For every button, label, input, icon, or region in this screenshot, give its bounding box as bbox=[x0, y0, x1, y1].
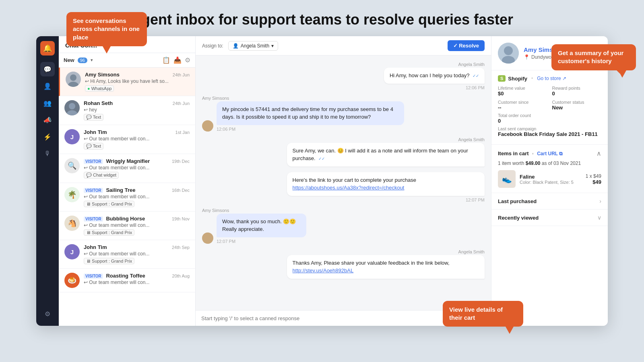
last-purchased-row[interactable]: Last purchased › bbox=[491, 193, 608, 210]
sidebar-item-contacts[interactable]: 👤 bbox=[40, 79, 55, 93]
conv-name: VISITOR Wriggly Magnifier bbox=[84, 158, 150, 164]
conv-content: VISITOR Roasting Toffee 20th Aug ↩ Our t… bbox=[84, 273, 190, 285]
conv-item-bubbling-horse[interactable]: 🐴 VISITOR Bubbling Horse 19th Nov ↩ Our … bbox=[59, 212, 195, 240]
filter-icon-2[interactable]: 📥 bbox=[173, 56, 182, 64]
msg-time: 12:06 PM bbox=[466, 85, 485, 90]
cart-item-price: 1 x $49 $49 bbox=[586, 173, 601, 185]
assign-label: Assign to: bbox=[202, 43, 223, 49]
sidebar-item-settings[interactable]: ⚙ bbox=[40, 306, 55, 321]
conv-item-rohan-seth[interactable]: Rohan Seth 24th Jun ↩ hey 💬 Text bbox=[59, 96, 195, 125]
chat-panel: Assign to: 👤 Angela Smith ▾ ✓ Resolve An… bbox=[196, 36, 491, 326]
filter-icon-3[interactable]: ⚙ bbox=[185, 56, 190, 64]
cart-url-link[interactable]: Cart URL ⧉ bbox=[537, 151, 563, 156]
location-pin-icon: 📍 bbox=[524, 54, 530, 60]
conv-snippet: ↩ hey bbox=[84, 107, 190, 113]
sidebar-item-campaigns[interactable]: 📣 bbox=[40, 113, 55, 127]
svg-point-2 bbox=[69, 103, 75, 109]
app-container: 🔔 💬 👤 👥 📣 ⚡ 🎙 ⚙ Chat Con... New 96 ▾ 📋 📥… bbox=[36, 36, 608, 326]
shopify-row: S Shopify • Go to store ↗ bbox=[498, 75, 601, 82]
msg-time: 12:07 PM bbox=[217, 239, 345, 244]
svg-point-7 bbox=[204, 240, 212, 244]
svg-point-3 bbox=[67, 110, 77, 115]
conv-item-john-tim-2[interactable]: J John Tim 24th Sep ↩ Our team member wi… bbox=[59, 240, 195, 269]
msg-time: 12:07 PM bbox=[466, 197, 485, 202]
conv-content: Amy Simsons 24th Jun ↩ Hi Amy, Looks lik… bbox=[85, 72, 190, 92]
conv-name: John Tim bbox=[84, 129, 107, 135]
filter-icon-1[interactable]: 📋 bbox=[162, 56, 170, 64]
cart-summary: 1 item worth $49.00 as of 03 Nov 2021 bbox=[498, 160, 601, 166]
msg-sender: Amy Simsons bbox=[202, 96, 229, 101]
message-5: Amy Simsons Wow, thank you so much. 🙂🙂 R… bbox=[202, 208, 485, 244]
cart-item-info: Faline Color: Black Patent, Size: 5 bbox=[520, 174, 582, 185]
conv-name: John Tim bbox=[84, 244, 107, 250]
conv-item-wriggly-magnifier[interactable]: 🔍 VISITOR Wriggly Magnifier 19th Dec ↩ O… bbox=[59, 154, 195, 183]
shopify-badge: S bbox=[498, 75, 506, 82]
filter-label: New bbox=[64, 57, 74, 63]
conv-item-sailing-tree[interactable]: 🌴 VISITOR Sailing Tree 16th Dec ↩ Our te… bbox=[59, 183, 195, 212]
message-2: Amy Simsons My pincode is 57441 and the … bbox=[202, 96, 485, 132]
shopify-label: Shopify bbox=[508, 76, 527, 82]
svg-point-6 bbox=[205, 234, 210, 239]
copy-icon[interactable]: ⧉ bbox=[559, 151, 563, 156]
chat-header: Assign to: 👤 Angela Smith ▾ ✓ Resolve bbox=[196, 36, 491, 56]
cart-item-image: 👟 bbox=[498, 170, 516, 188]
svg-point-4 bbox=[205, 122, 210, 127]
conv-item-amy-simsons[interactable]: Amy Simsons 24th Jun ↩ Hi Amy, Looks lik… bbox=[59, 68, 195, 96]
conv-date: 19th Dec bbox=[172, 159, 190, 164]
conv-item-roasting-toffee[interactable]: 🍮 VISITOR Roasting Toffee 20th Aug ↩ Our… bbox=[59, 269, 195, 292]
last-purchased-chevron: › bbox=[599, 198, 601, 204]
msg-time: 12:06 PM bbox=[217, 127, 485, 132]
cart-item-name: Faline bbox=[520, 174, 582, 180]
conv-name: Rohan Seth bbox=[84, 100, 113, 106]
msg-sender: Angela Smith bbox=[458, 137, 485, 142]
filter-icons: 📋 📥 ⚙ bbox=[162, 56, 190, 64]
sidebar-item-conversations[interactable]: 💬 bbox=[40, 62, 55, 76]
message-4: Here's the link to your cart to complete… bbox=[202, 172, 485, 202]
conv-content: Rohan Seth 24th Jun ↩ hey 💬 Text bbox=[84, 100, 190, 121]
message-3: Angela Smith Sure Amy, we can. 😊 I will … bbox=[202, 137, 485, 167]
recently-viewed-row[interactable]: Recently viewed ∨ bbox=[491, 210, 608, 226]
conv-content: VISITOR Sailing Tree 16th Dec ↩ Our team… bbox=[84, 187, 190, 207]
conv-date: 19th Nov bbox=[172, 216, 190, 221]
conv-avatar: J bbox=[64, 244, 80, 259]
conv-snippet: ↩ Our team member will con... bbox=[84, 251, 190, 257]
stat-reward-points: Reward points 0 bbox=[552, 86, 602, 97]
conv-list-filter: New 96 ▾ 📋 📥 ⚙ bbox=[59, 53, 195, 68]
conv-avatar bbox=[66, 72, 81, 87]
conv-item-john-tim-1[interactable]: J John Tim 1st Jan ↩ Our team member wil… bbox=[59, 125, 195, 154]
sidebar-logo[interactable]: 🔔 bbox=[40, 41, 55, 56]
cart-collapse-button[interactable]: ∧ bbox=[597, 150, 601, 157]
conv-avatar bbox=[64, 100, 80, 115]
message-6: Angela Smith Thanks Amy, Please share yo… bbox=[202, 249, 485, 279]
svg-point-5 bbox=[204, 128, 212, 132]
resolve-button[interactable]: ✓ Resolve bbox=[448, 40, 485, 51]
cart-item-sub: Color: Black Patent, Size: 5 bbox=[520, 180, 582, 185]
conv-channel-badge: ● WhatsApp bbox=[85, 85, 114, 92]
msg-sender: Angela Smith bbox=[458, 249, 485, 254]
stat-lifetime-value: Lifetime value $0 bbox=[498, 86, 547, 97]
conv-channel-badge: 💬 Text bbox=[84, 143, 103, 150]
recently-viewed-label: Recently viewed bbox=[498, 215, 539, 221]
conv-name: Amy Simsons bbox=[85, 72, 120, 78]
conv-avatar: 🔍 bbox=[64, 158, 80, 173]
conv-date: 20th Aug bbox=[172, 274, 190, 278]
conv-name: VISITOR Sailing Tree bbox=[84, 187, 135, 193]
sidebar-item-reports[interactable]: 🎙 bbox=[40, 146, 55, 161]
msg-sender: Angela Smith bbox=[458, 62, 485, 67]
conv-avatar: 🍮 bbox=[64, 273, 80, 288]
cart-link[interactable]: https://aboutshoes.us/Aa38x?redirect=/ch… bbox=[293, 185, 405, 191]
filter-dropdown[interactable]: ▾ bbox=[91, 58, 93, 63]
cart-title: Items in cart • Cart URL ⧉ bbox=[498, 150, 563, 156]
sidebar-item-teams[interactable]: 👥 bbox=[40, 96, 55, 110]
conv-content: John Tim 24th Sep ↩ Our team member will… bbox=[84, 244, 190, 264]
msg-bubble: Sure Amy, we can. 😊 I will add it as a n… bbox=[287, 143, 485, 167]
conv-snippet: ↩ Our team member will con... bbox=[84, 136, 190, 142]
sidebar-item-automation[interactable]: ⚡ bbox=[40, 130, 55, 144]
message-1: Angela Smith Hi Amy, how can I help you … bbox=[202, 62, 485, 90]
assignee-button[interactable]: 👤 Angela Smith ▾ bbox=[228, 41, 278, 51]
svg-point-1 bbox=[68, 82, 78, 87]
stat-customer-status: Customer status New bbox=[552, 100, 602, 111]
go-to-store-link[interactable]: Go to store ↗ bbox=[537, 76, 566, 81]
feedback-link[interactable]: http://stev.us/Aoeh892bAL bbox=[293, 267, 354, 274]
conv-avatar: 🐴 bbox=[64, 216, 80, 231]
